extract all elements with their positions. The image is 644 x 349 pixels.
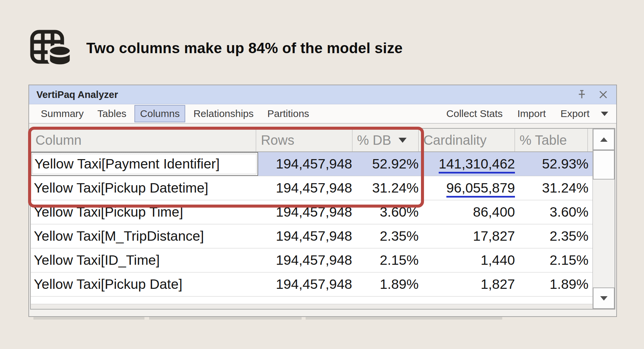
scrollbar-thumb[interactable] [593, 150, 615, 180]
sort-desc-icon [399, 138, 407, 143]
cell-pct-db: 52.92% [355, 152, 422, 176]
action-import[interactable]: Import [517, 108, 546, 119]
table-row[interactable]: Yellow Taxi[Payment Identifier] 194,457,… [31, 152, 593, 176]
page-title: Two columns make up 84% of the model siz… [86, 40, 403, 56]
window-title: VertiPaq Analyzer [36, 89, 118, 100]
window-titlebar[interactable]: VertiPaq Analyzer [29, 85, 616, 104]
scrollbar-track[interactable] [593, 180, 615, 287]
close-icon[interactable] [598, 89, 609, 100]
cell-pct-table: 31.24% [519, 176, 593, 200]
tab-summary[interactable]: Summary [35, 105, 89, 122]
scroll-up-icon [600, 137, 608, 142]
cell-cardinality: 1,827 [422, 272, 519, 296]
table-row[interactable]: Yellow Taxi[ID_Time] 194,457,948 2.15% 1… [31, 248, 593, 272]
dropdown-arrow-icon[interactable] [601, 112, 608, 116]
cell-pct-db: 3.60% [355, 200, 422, 224]
tab-tables[interactable]: Tables [92, 105, 132, 122]
cell-pct-db: 2.35% [355, 224, 422, 248]
caption-header: Two columns make up 84% of the model siz… [29, 29, 403, 67]
cell-cardinality: 1,440 [422, 248, 519, 272]
columns-grid: Column Rows % DB Cardinality % Table Yel… [30, 128, 615, 310]
cell-pct-table: 1.89% [519, 272, 593, 296]
table-row[interactable]: Yellow Taxi[M_TripDistance] 194,457,948 … [31, 224, 593, 248]
header-pct-db[interactable]: % DB [352, 129, 419, 151]
cell-cardinality: 86,400 [422, 200, 519, 224]
cell-pct-table: 2.35% [519, 224, 593, 248]
grid-header-row: Column Rows % DB Cardinality % Table [31, 129, 593, 152]
background-artifact [149, 317, 302, 320]
tab-columns[interactable]: Columns [134, 105, 185, 122]
cardinality-value: 17,827 [473, 228, 515, 244]
cell-column[interactable]: Yellow Taxi[Pickup Time] [31, 200, 258, 224]
table-row[interactable]: Yellow Taxi[Pickup Date] 194,457,948 1.8… [31, 272, 593, 297]
cardinality-link: 141,310,462 [439, 156, 515, 173]
header-filler [588, 129, 593, 151]
cell-column[interactable]: Yellow Taxi[ID_Time] [31, 248, 258, 272]
action-export[interactable]: Export [560, 108, 589, 119]
table-row[interactable]: Yellow Taxi[Pickup Datetime] 194,457,948… [31, 176, 593, 200]
cell-rows: 194,457,948 [258, 224, 355, 248]
cell-rows: 194,457,948 [258, 152, 355, 176]
background-artifact [306, 317, 502, 320]
header-column[interactable]: Column [31, 129, 256, 151]
tab-relationships[interactable]: Relationships [188, 105, 259, 122]
grid-table: Column Rows % DB Cardinality % Table Yel… [31, 129, 593, 309]
cardinality-value: 86,400 [473, 204, 515, 220]
cell-cardinality: 96,055,879 [422, 176, 519, 200]
scroll-up-button[interactable] [593, 129, 615, 150]
cell-pct-table: 2.15% [519, 248, 593, 272]
table-database-icon [29, 29, 72, 67]
vertical-scrollbar[interactable] [593, 129, 615, 309]
cell-cardinality: 141,310,462 [422, 152, 519, 176]
cell-pct-db: 31.24% [355, 176, 422, 200]
cell-pct-table: 3.60% [519, 200, 593, 224]
cell-pct-db: 2.15% [355, 248, 422, 272]
vertipaq-analyzer-window: VertiPaq Analyzer SummaryTablesColumnsRe… [28, 85, 617, 317]
tab-partitions[interactable]: Partitions [262, 105, 315, 122]
scroll-down-icon [600, 296, 608, 301]
cell-pct-db: 1.89% [355, 272, 422, 296]
scroll-down-button[interactable] [593, 287, 615, 309]
cell-cardinality: 17,827 [422, 224, 519, 248]
cell-rows: 194,457,948 [258, 272, 355, 296]
cell-column[interactable]: Yellow Taxi[Pickup Datetime] [31, 176, 258, 200]
cell-column[interactable]: Yellow Taxi[Payment Identifier] [31, 152, 258, 176]
tab-bar: SummaryTablesColumnsRelationshipsPartiti… [29, 104, 616, 124]
header-pct-table[interactable]: % Table [515, 129, 588, 151]
header-cardinality[interactable]: Cardinality [419, 129, 515, 151]
partial-row [31, 297, 593, 304]
cell-rows: 194,457,948 [258, 200, 355, 224]
cardinality-link: 96,055,879 [446, 180, 515, 198]
cell-pct-table: 52.93% [519, 152, 593, 176]
toolbar-actions: Collect StatsImportExport [446, 108, 589, 119]
header-rows[interactable]: Rows [256, 129, 352, 151]
background-artifact [33, 317, 144, 320]
tab-group: SummaryTablesColumnsRelationshipsPartiti… [35, 105, 317, 122]
action-collect-stats[interactable]: Collect Stats [446, 108, 503, 119]
cardinality-value: 1,827 [480, 276, 515, 292]
cell-column[interactable]: Yellow Taxi[M_TripDistance] [31, 224, 258, 248]
pin-icon[interactable] [576, 89, 587, 100]
cell-column[interactable]: Yellow Taxi[Pickup Date] [31, 272, 258, 296]
cardinality-value: 1,440 [480, 252, 515, 268]
cell-rows: 194,457,948 [258, 176, 355, 200]
cell-rows: 194,457,948 [258, 248, 355, 272]
table-row[interactable]: Yellow Taxi[Pickup Time] 194,457,948 3.6… [31, 200, 593, 224]
